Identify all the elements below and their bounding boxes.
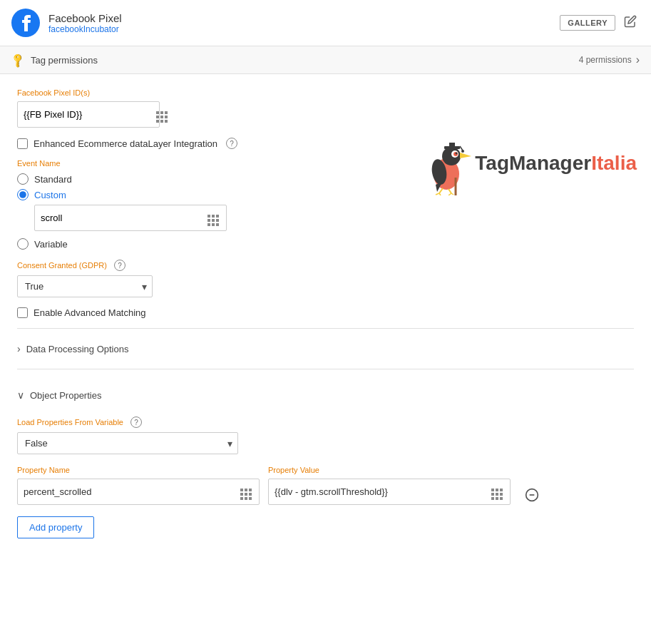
advanced-matching-row: Enable Advanced Matching bbox=[17, 307, 634, 318]
add-property-button[interactable]: Add property bbox=[17, 516, 94, 538]
svg-line-14 bbox=[448, 189, 451, 193]
tag-subtitle: facebookIncubator bbox=[48, 24, 560, 34]
consent-section: Consent Granted (GDPR) ? True False ▾ bbox=[17, 260, 634, 297]
property-value-field: Property Value bbox=[268, 466, 511, 505]
enhanced-ecommerce-label: Enhanced Ecommerce dataLayer Integration bbox=[34, 138, 217, 149]
radio-standard-label: Standard bbox=[34, 174, 72, 185]
key-icon: 🔑 bbox=[9, 51, 26, 68]
property-name-input[interactable] bbox=[18, 481, 233, 502]
property-value-var-button[interactable] bbox=[484, 479, 510, 504]
consent-help-icon[interactable]: ? bbox=[114, 260, 125, 271]
brand-name-red: Italia bbox=[591, 152, 637, 174]
expand-data-processing-icon: › bbox=[17, 343, 21, 354]
header-text: Facebook Pixel facebookIncubator bbox=[48, 12, 560, 34]
svg-line-13 bbox=[439, 188, 443, 193]
enhanced-ecommerce-checkbox[interactable] bbox=[17, 138, 28, 149]
radio-variable-row: Variable bbox=[17, 238, 634, 250]
brand-name-black: TagManager bbox=[475, 152, 591, 174]
chevron-right-icon: › bbox=[636, 53, 640, 66]
radio-variable[interactable] bbox=[17, 238, 29, 250]
radio-standard[interactable] bbox=[17, 173, 29, 185]
svg-point-10 bbox=[461, 150, 464, 153]
pixel-id-var-button[interactable] bbox=[149, 102, 175, 127]
gallery-button[interactable]: GALLERY bbox=[560, 15, 615, 31]
radio-custom[interactable] bbox=[17, 189, 29, 200]
svg-point-2 bbox=[442, 147, 461, 165]
object-properties-section: ∨ Object Properties Load Properties From… bbox=[17, 377, 634, 538]
load-properties-section: Load Properties From Variable ? False Tr… bbox=[17, 416, 634, 454]
pixel-id-input-wrapper bbox=[17, 101, 160, 128]
divider-2 bbox=[17, 369, 634, 369]
consent-label-row: Consent Granted (GDPR) ? bbox=[17, 260, 634, 271]
edit-button[interactable] bbox=[621, 12, 640, 34]
data-processing-row[interactable]: › Data Processing Options bbox=[17, 336, 634, 362]
app-container: Facebook Pixel facebookIncubator GALLERY… bbox=[0, 0, 651, 553]
svg-point-5 bbox=[456, 153, 458, 155]
facebook-logo bbox=[11, 9, 40, 37]
property-name-var-button[interactable] bbox=[233, 479, 259, 504]
property-value-input-wrapper bbox=[268, 479, 511, 505]
pixel-id-input[interactable] bbox=[18, 105, 149, 124]
permissions-label: Tag permissions bbox=[31, 55, 579, 66]
load-props-help-icon[interactable]: ? bbox=[130, 416, 142, 428]
consent-select[interactable]: True False bbox=[17, 275, 153, 297]
svg-rect-8 bbox=[449, 143, 455, 147]
enhanced-ecommerce-help-icon[interactable]: ? bbox=[226, 138, 237, 149]
custom-event-input[interactable] bbox=[35, 208, 200, 228]
svg-line-18 bbox=[451, 193, 453, 195]
svg-marker-6 bbox=[460, 153, 471, 158]
property-name-field: Property Name bbox=[17, 466, 260, 505]
advanced-matching-label: Enable Advanced Matching bbox=[34, 307, 146, 318]
custom-event-var-button[interactable] bbox=[200, 205, 226, 230]
tag-title: Facebook Pixel bbox=[48, 12, 560, 24]
pixel-id-section: Facebook Pixel ID(s) bbox=[17, 88, 634, 128]
permissions-row[interactable]: 🔑 Tag permissions 4 permissions › bbox=[0, 46, 651, 74]
brand-name: TagManagerItalia bbox=[475, 152, 637, 175]
load-props-select-wrapper: False True ▾ bbox=[17, 432, 238, 454]
remove-property-button[interactable] bbox=[522, 485, 542, 505]
property-name-label: Property Name bbox=[17, 466, 260, 474]
pixel-id-label: Facebook Pixel ID(s) bbox=[17, 88, 634, 97]
divider-1 bbox=[17, 328, 634, 329]
property-name-input-wrapper bbox=[17, 479, 260, 505]
tag-header: Facebook Pixel facebookIncubator GALLERY bbox=[0, 0, 651, 46]
consent-select-wrapper: True False ▾ bbox=[17, 275, 153, 297]
load-props-select[interactable]: False True bbox=[17, 432, 238, 454]
brand-watermark: TagManagerItalia bbox=[418, 131, 637, 195]
property-value-input[interactable] bbox=[269, 481, 484, 502]
header-actions: GALLERY bbox=[560, 12, 640, 34]
radio-variable-label: Variable bbox=[34, 239, 68, 250]
property-value-label: Property Value bbox=[268, 466, 511, 474]
main-content: TagManagerItalia Facebook Pixel ID(s) En bbox=[0, 74, 651, 553]
radio-custom-label: Custom bbox=[34, 190, 66, 200]
permissions-count: 4 permissions bbox=[579, 55, 632, 65]
load-props-label: Load Properties From Variable bbox=[17, 418, 123, 426]
svg-line-17 bbox=[448, 193, 451, 195]
data-processing-label: Data Processing Options bbox=[26, 344, 129, 354]
custom-event-input-wrapper bbox=[34, 205, 227, 231]
consent-label: Consent Granted (GDPR) bbox=[17, 261, 107, 270]
svg-line-16 bbox=[439, 193, 441, 195]
svg-line-15 bbox=[436, 193, 439, 195]
load-props-label-row: Load Properties From Variable ? bbox=[17, 416, 634, 428]
collapse-object-properties-icon: ∨ bbox=[17, 389, 24, 401]
object-properties-row[interactable]: ∨ Object Properties bbox=[17, 382, 634, 408]
property-row: Property Name Property Value bbox=[17, 466, 634, 505]
object-properties-label: Object Properties bbox=[30, 390, 101, 401]
advanced-matching-checkbox[interactable] bbox=[17, 307, 28, 318]
